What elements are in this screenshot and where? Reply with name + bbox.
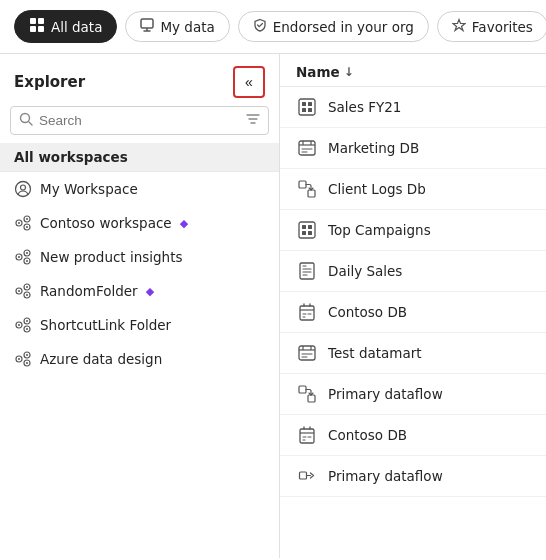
tab-my-data[interactable]: My data [125,11,229,42]
list-item-contoso-db-2[interactable]: Contoso DB [280,415,546,456]
svg-point-30 [26,320,28,322]
sidebar-item-new-product-insights-label: New product insights [40,249,183,265]
list-item-marketing-db-label: Marketing DB [328,140,419,156]
list-item-primary-dataflow-2[interactable]: Primary dataflow [280,456,546,497]
datamart-icon [296,137,318,159]
sidebar-item-my-workspace[interactable]: My Workspace [0,172,279,206]
svg-point-34 [18,358,20,360]
list-item-test-datamart-label: Test datamart [328,345,422,361]
sidebar-item-new-product-insights[interactable]: New product insights [0,240,279,274]
dataflow-icon-2 [296,383,318,405]
list-item-contoso-db[interactable]: Contoso DB [280,292,546,333]
svg-rect-49 [308,225,312,229]
workspaces-group-header: All workspaces [0,143,279,172]
list-item-client-logs-db-label: Client Logs Db [328,181,426,197]
sidebar-header: Explorer « [0,54,279,106]
list-item-client-logs-db[interactable]: Client Logs Db [280,169,546,210]
tab-endorsed-label: Endorsed in your org [273,19,414,35]
svg-point-26 [26,294,28,296]
svg-rect-52 [300,263,314,279]
report-icon [296,260,318,282]
tab-my-data-label: My data [160,19,214,35]
search-bar[interactable] [10,106,269,135]
tab-all-data[interactable]: All data [14,10,117,43]
svg-rect-40 [302,102,306,106]
tab-all-data-label: All data [51,19,102,35]
sidebar-item-contoso-workspace-label: Contoso workspace [40,215,172,231]
search-input[interactable] [39,113,240,128]
svg-rect-51 [308,231,312,235]
datamart-icon-2 [296,342,318,364]
diamond-badge-2: ◆ [146,285,154,298]
svg-rect-56 [308,395,315,402]
person-icon [140,18,154,35]
svg-rect-1 [38,18,44,24]
svg-rect-44 [299,141,315,155]
list-item-daily-sales[interactable]: Daily Sales [280,251,546,292]
svg-point-32 [26,328,28,330]
gear-multi-icon-5 [14,350,32,368]
main-layout: Explorer « All workspaces [0,54,546,558]
dataflow2-icon [296,465,318,487]
svg-rect-2 [30,26,36,32]
svg-rect-4 [141,19,153,28]
svg-point-24 [26,286,28,288]
sidebar-item-azure-data-design[interactable]: Azure data design [0,342,279,376]
list-item-sales-fy21[interactable]: Sales FY21 [280,87,546,128]
svg-point-8 [21,185,26,190]
svg-rect-42 [302,108,306,112]
sidebar-item-my-workspace-label: My Workspace [40,181,138,197]
svg-rect-53 [300,306,314,320]
filter-icon[interactable] [246,112,260,129]
list-item-test-datamart[interactable]: Test datamart [280,333,546,374]
list-item-primary-dataflow-label: Primary dataflow [328,386,443,402]
report2-icon-2 [296,424,318,446]
svg-point-6 [21,114,30,123]
svg-rect-47 [299,222,315,238]
svg-point-20 [26,260,28,262]
list-item-contoso-db-label: Contoso DB [328,304,407,320]
gear-multi-icon-2 [14,248,32,266]
tab-favorites-label: Favorites [472,19,533,35]
svg-point-12 [26,218,28,220]
svg-rect-41 [308,102,312,106]
sidebar-item-random-folder[interactable]: RandomFolder ◆ [0,274,279,308]
svg-rect-48 [302,225,306,229]
gear-multi-icon-4 [14,316,32,334]
content-header: Name ↓ [280,54,546,87]
sidebar-title: Explorer [14,73,85,91]
sidebar-item-shortcutlink-folder-label: ShortcutLink Folder [40,317,171,333]
chevron-left-icon: « [245,74,253,90]
tab-endorsed[interactable]: Endorsed in your org [238,11,429,42]
dataset-icon-2 [296,219,318,241]
sidebar-item-random-folder-label: RandomFolder [40,283,138,299]
sidebar-item-contoso-workspace[interactable]: Contoso workspace ◆ [0,206,279,240]
svg-rect-3 [38,26,44,32]
svg-point-36 [26,354,28,356]
diamond-badge-1: ◆ [180,217,188,230]
workspace-section: All workspaces My Workspace [0,143,279,558]
list-item-primary-dataflow-2-label: Primary dataflow [328,468,443,484]
person-circle-icon [14,180,32,198]
svg-rect-58 [300,472,307,479]
tab-favorites[interactable]: Favorites [437,11,546,42]
svg-rect-0 [30,18,36,24]
collapse-button[interactable]: « [233,66,265,98]
svg-point-38 [26,362,28,364]
list-item-marketing-db[interactable]: Marketing DB [280,128,546,169]
sort-down-icon[interactable]: ↓ [344,65,354,79]
star-icon [452,18,466,35]
list-item-primary-dataflow[interactable]: Primary dataflow [280,374,546,415]
svg-point-14 [26,226,28,228]
svg-rect-55 [299,386,306,393]
list-item-top-campaigns[interactable]: Top Campaigns [280,210,546,251]
dataset-icon [296,96,318,118]
svg-rect-57 [300,429,314,443]
top-tabs: All data My data Endorsed in your org Fa… [0,0,546,54]
sidebar-item-azure-data-design-label: Azure data design [40,351,162,367]
svg-rect-46 [308,190,315,197]
sidebar-item-shortcutlink-folder[interactable]: ShortcutLink Folder [0,308,279,342]
svg-rect-43 [308,108,312,112]
search-icon [19,112,33,129]
svg-point-28 [18,324,20,326]
